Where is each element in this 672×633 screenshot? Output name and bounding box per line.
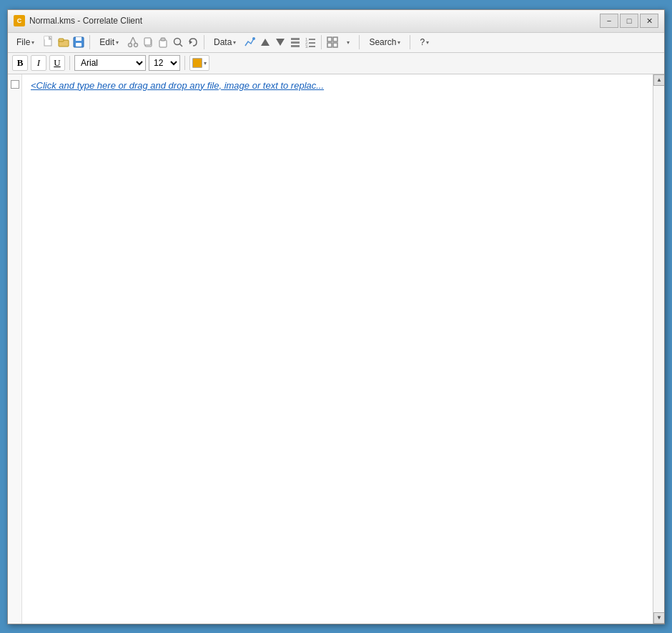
svg-rect-32 [333,37,337,41]
svg-rect-31 [327,37,332,41]
open-file-icon[interactable] [56,35,71,49]
left-gutter [8,74,22,624]
svg-rect-24 [291,45,300,47]
svg-rect-33 [327,43,332,47]
edit-toolbar-group [126,35,200,49]
svg-rect-34 [333,43,337,47]
svg-point-9 [134,44,138,47]
menu-bar: File ▾ Edit ▾ [8,33,664,53]
list-icon[interactable] [288,35,302,49]
save-file-icon[interactable] [71,35,86,49]
svg-rect-15 [161,38,165,41]
svg-rect-2 [44,36,49,39]
cut-icon[interactable] [126,35,140,49]
font-select[interactable]: Arial Times New Roman Courier New Verdan… [74,55,146,71]
format-bar: B I U Arial Times New Roman Courier New … [8,53,664,74]
underline-button[interactable]: U [49,55,65,71]
copy-icon[interactable] [141,35,155,49]
view-dropdown-icon[interactable]: ▾ [341,35,355,49]
up-arrow-icon[interactable] [258,35,272,49]
search-replace-icon[interactable] [171,35,185,49]
content-area: <Click and type here or drag and drop an… [8,74,664,624]
svg-marker-20 [261,39,270,46]
italic-button[interactable]: I [31,55,46,71]
minimize-button[interactable]: − [600,14,618,28]
format-sep [69,56,70,70]
close-button[interactable]: ✕ [640,14,658,28]
undo-icon[interactable] [186,35,200,49]
file-arrow-icon: ▾ [31,39,34,46]
down-arrow-icon[interactable] [273,35,287,49]
menu-data[interactable]: Data ▾ [208,34,242,50]
file-toolbar-group [41,35,86,49]
search-arrow-icon: ▾ [397,39,400,46]
svg-rect-22 [291,38,300,40]
svg-rect-4 [59,39,64,41]
svg-rect-6 [76,37,81,41]
svg-rect-23 [291,41,300,44]
menu-edit[interactable]: Edit ▾ [94,34,124,50]
app-icon: C [14,15,25,26]
scroll-track[interactable] [653,86,664,612]
svg-marker-21 [276,39,285,46]
data-arrow-icon: ▾ [233,39,236,46]
menu-sep-4 [359,35,360,49]
menu-help[interactable]: ? ▾ [414,34,435,50]
menu-sep-1 [89,35,90,49]
paste-icon[interactable] [156,35,170,49]
color-dropdown-arrow: ▾ [204,60,207,67]
text-color-button[interactable]: ▾ [189,55,209,71]
svg-marker-18 [189,40,192,44]
bold-button[interactable]: B [12,55,28,71]
data-toolbar-group: 1.2.3. [243,35,317,49]
font-size-select[interactable]: 891011 12141618 [149,55,180,71]
svg-rect-28 [309,42,315,44]
main-window: C Normal.kms - Correlate Client − □ ✕ Fi… [7,9,665,624]
row-checkbox[interactable] [11,80,19,89]
numbered-list-icon[interactable]: 1.2.3. [303,35,317,49]
window-title: Normal.kms - Correlate Client [29,16,600,26]
scroll-down-button[interactable]: ▼ [653,612,664,624]
menu-sep-2 [204,35,204,49]
maximize-button[interactable]: □ [620,14,638,28]
svg-line-11 [133,37,136,44]
menu-file[interactable]: File ▾ [11,34,40,50]
help-arrow-icon: ▾ [426,39,429,46]
svg-point-8 [129,44,132,47]
svg-line-17 [179,44,182,46]
editor-placeholder[interactable]: <Click and type here or drag and drop an… [31,80,324,91]
chart-icon[interactable] [243,35,257,49]
editor-area[interactable]: <Click and type here or drag and drop an… [22,74,653,624]
menu-sep-3 [321,35,322,49]
new-file-icon[interactable] [41,35,56,49]
menu-sep-5 [410,35,410,49]
svg-rect-26 [309,39,315,40]
edit-arrow-icon: ▾ [116,39,119,46]
title-bar: C Normal.kms - Correlate Client − □ ✕ [8,10,664,33]
vertical-scrollbar: ▲ ▼ [653,74,664,624]
svg-rect-13 [144,38,151,45]
scroll-up-button[interactable]: ▲ [653,74,664,86]
svg-rect-30 [309,46,315,47]
svg-point-19 [252,37,255,40]
view-icon[interactable] [325,35,340,49]
menu-search[interactable]: Search ▾ [363,34,406,50]
color-swatch [192,58,202,68]
format-sep-2 [184,56,185,70]
window-controls: − □ ✕ [600,14,658,28]
svg-text:3.: 3. [305,44,309,49]
svg-rect-7 [76,43,81,46]
svg-line-10 [130,37,133,44]
